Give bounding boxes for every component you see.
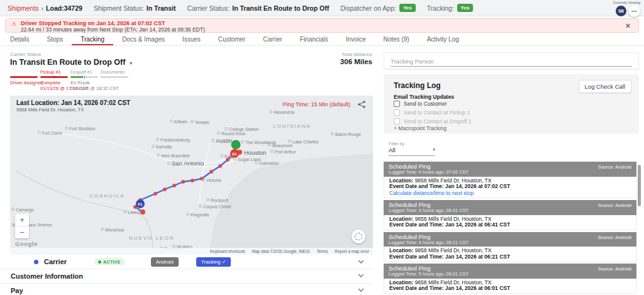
tab-invoice[interactable]: Invoice (337, 34, 375, 45)
breadcrumb-separator: › (42, 4, 44, 12)
progress-step-title: Documents (101, 69, 128, 75)
log-entry-source: Source: Android (598, 203, 631, 208)
checkbox-label: Send to Customer (404, 101, 447, 107)
keyboard-shortcuts-link[interactable]: Keyboard shortcuts (210, 249, 245, 253)
check-icon: ✓ (222, 259, 226, 265)
log-entry-title: Scheduled Ping (389, 233, 631, 240)
event-value: Jan 14, 2026 at 06:01 CST (445, 285, 510, 291)
recenter-button[interactable] (352, 230, 365, 243)
log-entry-logged-time: Logged Time: 5 hours ago, 06:01 CST (389, 272, 631, 277)
filter-select[interactable]: All ▾ (389, 147, 435, 156)
log-entry-header: Scheduled Ping Logged Time: 4 hours ago,… (384, 232, 636, 247)
tab-activity-log[interactable]: Activity Log (418, 34, 468, 45)
map-label: Houston (244, 149, 266, 156)
progress-step-pickup-1: Pickup #1 Complete 01/13/26 @ 17:19 CST (40, 69, 68, 91)
log-entry-event: Event Date and Time: Jan 14, 2026 at 06:… (389, 222, 631, 228)
chevron-down-icon[interactable] (358, 274, 364, 277)
google-logo[interactable]: Google (15, 240, 38, 247)
close-icon[interactable]: ✕ (625, 22, 631, 30)
chevron-down-icon[interactable] (358, 288, 364, 292)
map-zoom-controls: + − (15, 214, 29, 238)
tracking-map[interactable]: P1 D1 Fort Stockton Fort Davis Killeen T… (10, 96, 373, 255)
dispatcher-on-app-label: Dispatcher on App: (340, 4, 396, 12)
dispatcher-yes-badge: Yes (399, 4, 416, 12)
stop-progress-bar: Driver Assigned Pickup #1 Complete 01/13… (10, 69, 128, 91)
chevron-down-icon[interactable] (358, 260, 364, 264)
more-options-button[interactable]: ••• (628, 5, 640, 17)
load-number: 34729 (64, 4, 82, 12)
warning-icon: ⚠ (11, 21, 16, 27)
tracking-badge-label: Tracking (201, 259, 220, 265)
tab-financials[interactable]: Financials (291, 34, 337, 45)
tab-customer[interactable]: Customer (209, 34, 254, 45)
current-location-marker[interactable] (231, 140, 241, 150)
carrier-status-dropdown[interactable]: In Transit En Route to Drop Off▾ (10, 58, 132, 67)
log-entry-event: Event Date and Time: Jan 14, 2026 at 06:… (389, 254, 631, 260)
send-to-dropoff-contact-checkbox-row: Send to Contact at Dropoff 1 (394, 118, 472, 125)
map-label: The Woodlands (241, 140, 276, 145)
log-entry-source: Source: Android (598, 266, 631, 272)
chevron-down-icon: ▾ (433, 147, 435, 152)
progress-step-status: En Route (70, 80, 98, 86)
tab-docs-images[interactable]: Docs & Images (113, 34, 174, 45)
shipment-status-value: In Transit (147, 4, 176, 12)
checkbox-label: Send to Contact at Dropoff 1 (404, 118, 472, 125)
location-label: Location: (389, 279, 413, 286)
carrier-section-label: Carrier (44, 258, 67, 265)
report-map-error-link[interactable]: Report a map error (335, 249, 369, 253)
tracking-log-entry: Scheduled Ping Logged Time: 4 hours ago,… (384, 232, 636, 262)
progress-bar-segment (40, 76, 68, 78)
load-label: Load: (46, 4, 64, 12)
tab-notes[interactable]: Notes (9) (375, 34, 418, 45)
log-entry-source: Source: Android (598, 164, 631, 170)
alert-title: Driver Stopped Tracking on Jan 14, 2026 … (21, 20, 632, 27)
map-label: Laredo (123, 210, 142, 214)
macropoint-tracking-link[interactable]: + Macropoint Tracking (394, 125, 447, 131)
location-value: 9858 Mills Field Dr, Houston, TX (415, 216, 492, 222)
tab-issues[interactable]: Issues (174, 34, 209, 45)
carrier-section-row[interactable]: Carrier ACTIVE Android Tracking ✓ (0, 255, 373, 269)
location-label: Location: (389, 216, 413, 222)
tracking-person-input[interactable] (391, 58, 632, 67)
event-value: Jan 14, 2026 at 06:41 CST (445, 221, 510, 228)
map-label: Rockport (206, 198, 228, 203)
avatar[interactable]: SB (616, 6, 626, 16)
pay-row[interactable]: Pay (0, 284, 373, 295)
map-label: Fort Davis (38, 131, 62, 135)
breadcrumb-shipments[interactable]: Shipments (8, 4, 39, 12)
share-icon[interactable] (357, 100, 366, 109)
zoom-in-button[interactable]: + (15, 214, 29, 226)
scrollbar-thumb[interactable] (638, 165, 641, 206)
checkbox-icon[interactable] (394, 101, 400, 107)
tab-stops[interactable]: Stops (38, 34, 72, 45)
tab-details[interactable]: Details (1, 34, 38, 45)
tab-carrier[interactable]: Carrier (254, 34, 291, 45)
customer-information-row[interactable]: Customer Information (0, 269, 373, 284)
map-label: Austin (211, 137, 232, 144)
calculate-distance-link[interactable]: Calculate distance/time to next stop (389, 191, 631, 197)
log-entry-event: Event Date and Time: Jan 14, 2026 at 07:… (389, 184, 631, 190)
customer-information-label: Customer Information (11, 272, 83, 280)
progress-bar-segment (70, 76, 98, 78)
progress-step-title: Dropoff #1 (70, 69, 98, 75)
zoom-out-button[interactable]: − (15, 226, 29, 238)
pickup-marker-label: P1 (138, 203, 143, 206)
map-label: San Antonio (167, 160, 204, 167)
tracking-log-entry: Scheduled Ping Logged Time: 4 hours ago,… (384, 162, 636, 198)
map-label: Temple (191, 120, 209, 125)
chevron-down-icon: ▾ (130, 60, 132, 66)
carrier-status-label: Carrier Status: (187, 4, 230, 12)
map-label: Victoria (202, 178, 221, 182)
terms-link[interactable]: Terms (317, 249, 328, 253)
log-entry-event: Event Date and Time: Jan 14, 2026 at 06:… (389, 286, 631, 292)
log-entry-header: Scheduled Ping Logged Time: 4 hours ago,… (384, 200, 636, 215)
send-to-customer-checkbox-row[interactable]: Send to Customer (394, 101, 447, 107)
event-label: Event Date and Time: (389, 285, 443, 291)
tab-tracking[interactable]: Tracking (72, 34, 113, 45)
currently-viewing: Currently Viewing SB ••• (613, 1, 640, 17)
android-badge: Android (151, 257, 179, 267)
tracking-log-list: Scheduled Ping Logged Time: 4 hours ago,… (384, 162, 636, 295)
total-distance-value: 306 Miles (340, 58, 372, 65)
log-check-call-button[interactable]: Log Check Call (579, 80, 631, 93)
map-label: COAHUILA (89, 193, 125, 199)
